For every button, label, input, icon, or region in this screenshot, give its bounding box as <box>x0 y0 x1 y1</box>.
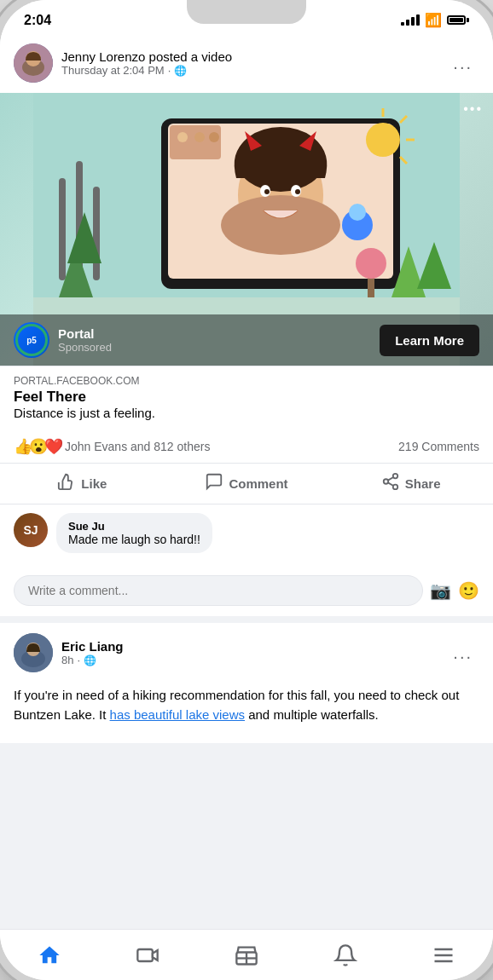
reactions-left[interactable]: 👍 😮 ❤️ John Evans and 812 others <box>14 437 210 456</box>
svg-point-27 <box>209 132 219 142</box>
video-scene: ••• p5 Portal Sponsored <box>0 93 493 366</box>
sponsored-label: Sponsored <box>58 341 112 354</box>
nav-notifications[interactable] <box>296 938 395 972</box>
avatar-sue[interactable]: SJ <box>14 513 48 547</box>
svg-rect-42 <box>138 949 154 961</box>
video-options-dots[interactable]: ••• <box>463 101 483 117</box>
video-area[interactable]: ••• p5 Portal Sponsored <box>0 93 493 366</box>
comment-icon <box>205 472 223 495</box>
eric-avatar-image <box>14 633 53 672</box>
post-link-text[interactable]: has beautiful lake views <box>110 707 245 722</box>
post-meta-2: Eric Liang 8h · 🌐 <box>61 639 124 666</box>
svg-point-19 <box>366 123 400 157</box>
portal-logo[interactable]: p5 <box>14 322 49 358</box>
comment-button[interactable]: Comment <box>165 464 329 504</box>
post-meta: Jenny Lorenzo posted a video Thursday at… <box>61 49 232 77</box>
nav-marketplace[interactable] <box>197 938 296 972</box>
emoji-icon[interactable]: 🙂 <box>458 580 479 601</box>
avatar-jenny[interactable] <box>14 43 53 83</box>
post-author-2[interactable]: Eric Liang <box>61 639 124 654</box>
svg-point-25 <box>177 132 188 142</box>
share-icon <box>381 472 400 495</box>
nav-menu[interactable] <box>394 938 493 972</box>
link-description: Distance is just a feeling. <box>14 406 479 420</box>
svg-point-33 <box>356 248 386 279</box>
post-card-1: Jenny Lorenzo posted a video Thursday at… <box>0 33 493 616</box>
svg-point-11 <box>221 195 340 255</box>
comment-bubble: Sue Ju Made me laugh so hard!! <box>56 513 212 553</box>
battery-icon <box>447 15 469 25</box>
feed-scroll[interactable]: Jenny Lorenzo posted a video Thursday at… <box>0 33 493 929</box>
svg-point-36 <box>393 485 398 490</box>
comment-label: Comment <box>229 476 287 491</box>
globe-icon: 🌐 <box>174 65 187 77</box>
comment-item: SJ Sue Ju Made me laugh so hard!! <box>14 513 479 553</box>
input-icons: 📷 🙂 <box>430 580 479 601</box>
post-text: If you're in need of a hiking recommenda… <box>0 683 493 733</box>
link-preview[interactable]: PORTAL.FACEBOOK.COM Feel There Distance … <box>0 366 493 430</box>
post-header-left: Jenny Lorenzo posted a video Thursday at… <box>14 43 232 83</box>
post-timestamp-row: Thursday at 2:04 PM · 🌐 <box>61 64 232 77</box>
phone-frame: 2:04 📶 <box>0 0 493 980</box>
comment-input[interactable] <box>14 575 423 606</box>
avatar-eric[interactable] <box>14 633 53 672</box>
more-options-button[interactable]: ... <box>446 50 479 77</box>
reactions-text: John Evans and 812 others <box>65 440 210 453</box>
reactions-row: 👍 😮 ❤️ John Evans and 812 others 219 Com… <box>0 430 493 464</box>
svg-rect-7 <box>93 187 100 280</box>
comments-count[interactable]: 219 Comments <box>398 440 479 453</box>
post-header-1: Jenny Lorenzo posted a video Thursday at… <box>0 33 493 93</box>
learn-more-button[interactable]: Learn More <box>380 325 479 356</box>
time-display: 2:04 <box>24 13 51 28</box>
svg-point-15 <box>264 189 270 194</box>
svg-point-26 <box>194 132 205 142</box>
svg-line-38 <box>388 477 393 481</box>
like-button[interactable]: Like <box>0 464 165 504</box>
bottom-nav <box>0 929 493 980</box>
brand-name: Portal <box>58 326 112 341</box>
post-action: posted a video <box>149 49 233 64</box>
post-header-left-2: Eric Liang 8h · 🌐 <box>14 633 124 672</box>
action-buttons: Like Comment <box>0 464 493 504</box>
feed-spacer <box>0 750 493 767</box>
jenny-avatar-image <box>14 43 53 83</box>
reaction-emojis: 👍 😮 ❤️ <box>14 437 60 456</box>
like-icon <box>57 472 76 495</box>
nav-home[interactable] <box>0 938 99 972</box>
status-bar: 2:04 📶 <box>0 0 493 33</box>
visibility-separator: · <box>168 64 171 77</box>
comment-section: SJ Sue Ju Made me laugh so hard!! <box>0 504 493 570</box>
svg-rect-5 <box>59 178 66 280</box>
post-author[interactable]: Jenny Lorenzo <box>61 49 145 64</box>
menu-icon <box>432 943 455 967</box>
separator-2: · <box>77 654 80 666</box>
link-title: Feel There <box>14 389 479 406</box>
post-timestamp-2: 8h · 🌐 <box>61 654 124 666</box>
share-label: Share <box>405 476 441 491</box>
video-bottom-bar: p5 Portal Sponsored Learn More <box>0 314 493 366</box>
status-icons: 📶 <box>401 12 469 28</box>
post-timestamp: Thursday at 2:04 PM <box>61 64 165 77</box>
comment-input-row: 📷 🙂 <box>0 570 493 616</box>
like-label: Like <box>81 476 107 491</box>
portal-brand: p5 Portal Sponsored <box>14 322 112 358</box>
signal-icon <box>401 14 420 26</box>
home-icon <box>38 943 61 967</box>
camera-icon[interactable]: 📷 <box>430 580 451 601</box>
share-button[interactable]: Share <box>328 464 493 504</box>
svg-point-35 <box>384 479 389 484</box>
wifi-icon: 📶 <box>425 12 442 28</box>
video-icon <box>136 943 160 967</box>
nav-video[interactable] <box>99 938 198 972</box>
more-options-button-2[interactable]: ... <box>446 640 479 666</box>
svg-point-16 <box>295 189 300 194</box>
svg-point-34 <box>393 474 398 479</box>
post-card-2: Eric Liang 8h · 🌐 ... If you're in need … <box>0 623 493 743</box>
comment-text: Made me laugh so hard!! <box>68 533 200 546</box>
post-header-2: Eric Liang 8h · 🌐 ... <box>0 623 493 683</box>
comment-author[interactable]: Sue Ju <box>68 520 200 533</box>
post-author-line: Jenny Lorenzo posted a video <box>61 49 232 64</box>
post-time-2: 8h <box>61 654 73 666</box>
link-source: PORTAL.FACEBOOK.COM <box>14 375 479 387</box>
notifications-icon <box>334 943 357 967</box>
